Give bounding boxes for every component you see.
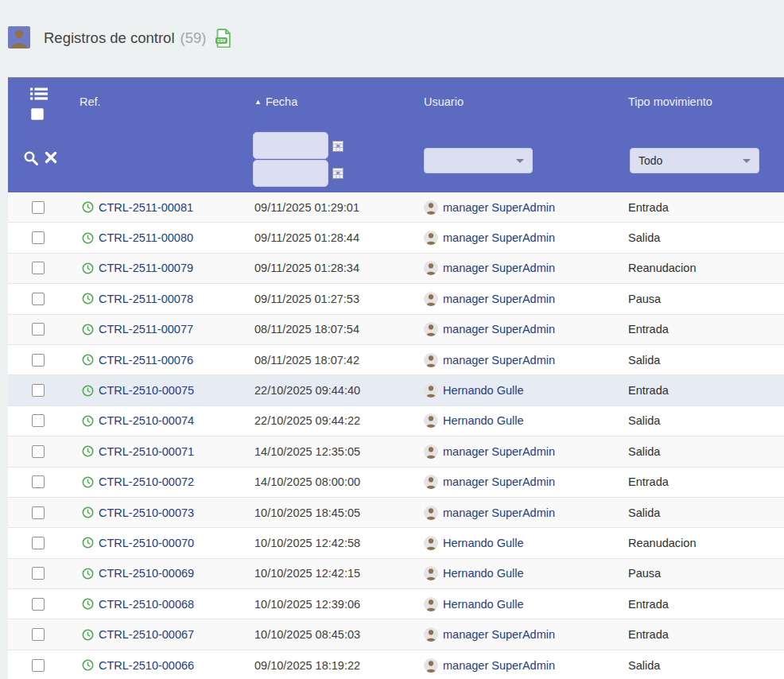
user-avatar-icon [424,566,438,580]
user-link[interactable]: manager SuperAdmin [443,659,555,672]
movement-type: Entrada [628,598,784,611]
user-avatar-icon [424,231,438,245]
user-link[interactable]: Hernando Gulle [443,537,524,549]
clock-icon [82,415,94,427]
record-ref-link[interactable]: CTRL-2511-00079 [99,262,193,274]
search-icon[interactable] [23,150,39,169]
record-ref-link[interactable]: CTRL-2510-00066 [99,659,194,672]
row-checkbox[interactable] [32,628,45,641]
user-link[interactable]: manager SuperAdmin [443,475,555,488]
record-date: 10/10/2025 08:45:03 [254,628,424,641]
user-avatar-icon [424,658,438,673]
movement-type: Pausa [628,293,784,305]
csv-export-icon[interactable]: csv [214,29,232,48]
user-avatar-icon [424,292,438,306]
row-checkbox[interactable] [32,323,45,336]
select-all-checkbox[interactable] [31,108,44,120]
movement-type: Salida [628,506,784,519]
row-checkbox[interactable] [32,537,45,549]
clock-icon [82,659,94,671]
user-link[interactable]: manager SuperAdmin [443,262,555,274]
record-date: 08/11/2025 18:07:54 [254,323,424,336]
column-header-fecha[interactable]: ▲ Fecha [254,95,297,108]
row-checkbox[interactable] [32,445,45,458]
sort-asc-icon: ▲ [254,98,262,106]
user-link[interactable]: manager SuperAdmin [443,231,555,244]
record-ref-link[interactable]: CTRL-2510-00074 [99,414,194,427]
record-date: 22/10/2025 09:44:40 [254,384,424,397]
calendar-icon[interactable] [332,141,343,152]
record-ref-link[interactable]: CTRL-2511-00077 [99,323,193,336]
list-fields-icon[interactable] [30,87,48,103]
record-ref-link[interactable]: CTRL-2510-00069 [99,567,194,580]
record-ref-link[interactable]: CTRL-2511-00081 [99,201,193,214]
record-ref-link[interactable]: CTRL-2510-00071 [99,445,194,458]
user-link[interactable]: manager SuperAdmin [443,628,555,641]
table-row: CTRL-2510-00066 09/10/2025 18:19:22 mana… [8,650,784,679]
clock-icon [82,385,94,397]
clock-icon [82,262,94,274]
row-checkbox[interactable] [32,567,45,580]
user-link[interactable]: Hernando Gulle [443,598,524,611]
user-link[interactable]: manager SuperAdmin [443,323,555,336]
row-checkbox[interactable] [32,598,45,611]
clock-icon [82,354,94,366]
record-ref-link[interactable]: CTRL-2510-00070 [99,537,194,549]
row-checkbox[interactable] [32,201,45,214]
record-ref-link[interactable]: CTRL-2510-00067 [99,628,194,641]
user-avatar-icon [424,506,438,520]
table-row: CTRL-2510-00073 10/10/2025 18:45:05 mana… [8,498,784,528]
user-link[interactable]: manager SuperAdmin [443,293,555,305]
user-link[interactable]: Hernando Gulle [443,384,524,397]
table-row: CTRL-2510-00071 14/10/2025 12:35:05 mana… [8,436,784,467]
calendar-icon[interactable] [332,168,343,179]
user-avatar-icon [424,322,438,336]
user-avatar-icon [424,261,438,275]
user-link[interactable]: Hernando Gulle [443,567,524,580]
clear-filters-icon[interactable] [45,151,57,167]
column-header-tipo[interactable]: Tipo movimiento [628,95,712,108]
clock-icon [82,232,94,244]
row-checkbox[interactable] [32,384,45,397]
clock-icon [82,537,94,549]
row-checkbox[interactable] [32,475,45,488]
table-row: CTRL-2510-00070 10/10/2025 12:42:58 Hern… [8,528,784,558]
user-link[interactable]: manager SuperAdmin [443,354,555,367]
table-row: CTRL-2511-00081 09/11/2025 01:29:01 mana… [8,192,784,223]
record-ref-link[interactable]: CTRL-2510-00075 [99,384,194,397]
usuario-filter-select[interactable] [424,148,533,173]
row-checkbox[interactable] [32,262,45,274]
user-link[interactable]: manager SuperAdmin [443,445,555,458]
user-link[interactable]: manager SuperAdmin [443,201,555,214]
row-checkbox[interactable] [32,231,45,244]
user-link[interactable]: Hernando Gulle [443,414,524,427]
row-checkbox[interactable] [32,293,45,305]
record-date: 10/10/2025 12:42:58 [254,537,424,549]
record-ref-link[interactable]: CTRL-2511-00078 [99,293,193,305]
table-row: CTRL-2511-00078 09/11/2025 01:27:53 mana… [8,284,784,314]
record-ref-link[interactable]: CTRL-2510-00068 [99,598,194,611]
record-date: 10/10/2025 12:39:06 [254,598,424,611]
user-link[interactable]: manager SuperAdmin [443,506,555,519]
date-from-input[interactable] [253,132,328,159]
record-ref-link[interactable]: CTRL-2510-00073 [99,506,194,519]
record-ref-link[interactable]: CTRL-2511-00080 [99,231,193,244]
record-ref-link[interactable]: CTRL-2510-00072 [99,475,194,488]
record-date: 09/11/2025 01:28:44 [254,231,424,244]
record-ref-link[interactable]: CTRL-2511-00076 [99,354,193,367]
date-to-input[interactable] [253,160,328,187]
user-avatar-icon [424,200,438,215]
tipo-filter-select[interactable]: Todo [630,148,759,173]
row-checkbox[interactable] [32,414,45,427]
row-checkbox[interactable] [32,659,45,672]
table-row: CTRL-2511-00080 09/11/2025 01:28:44 mana… [8,223,784,253]
row-checkbox[interactable] [32,354,45,367]
movement-type: Entrada [628,384,784,397]
column-header-usuario[interactable]: Usuario [424,95,464,108]
svg-text:csv: csv [218,37,227,43]
record-date: 14/10/2025 08:00:00 [254,475,424,488]
column-header-ref[interactable]: Ref. [80,95,101,108]
record-date: 14/10/2025 12:35:05 [254,445,424,458]
record-date: 22/10/2025 09:44:22 [254,414,424,427]
row-checkbox[interactable] [32,506,45,519]
